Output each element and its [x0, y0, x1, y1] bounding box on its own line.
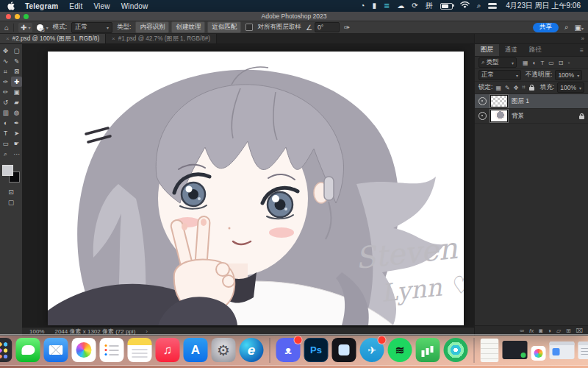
clone-stamp-tool[interactable]: ▣: [11, 87, 22, 97]
filter-kind-dropdown[interactable]: ⌕类型 ▾: [478, 57, 517, 68]
brush-tool[interactable]: ✏: [0, 87, 11, 97]
dock-spotify[interactable]: ≋: [388, 338, 412, 362]
crop-tool[interactable]: ⌗: [0, 66, 11, 77]
brush-angle-control[interactable]: ∠ 0°: [306, 22, 340, 32]
dock-edge[interactable]: e: [240, 338, 264, 362]
layer-thumbnail[interactable]: [490, 110, 508, 122]
layer-row[interactable]: 图层 1: [475, 94, 588, 109]
dodge-tool[interactable]: ◐: [0, 118, 11, 128]
dock-photos-mini[interactable]: [531, 346, 546, 361]
foreground-color-swatch[interactable]: [2, 165, 13, 176]
document-canvas[interactable]: Steven Lynn ♡: [48, 52, 464, 325]
dock-app-store[interactable]: A: [184, 338, 208, 362]
blur-tool[interactable]: ◍: [11, 107, 22, 118]
path-selection-tool[interactable]: ➤: [11, 128, 22, 138]
dock-notes[interactable]: [128, 338, 152, 362]
dock-launchpad[interactable]: [0, 338, 12, 362]
control-center-icon[interactable]: [488, 3, 497, 10]
close-tab-icon[interactable]: ×: [6, 35, 10, 42]
collapse-panels-icon[interactable]: »: [581, 35, 584, 42]
panel-tab-路径[interactable]: 路径: [523, 44, 548, 56]
dock-mail[interactable]: [44, 338, 68, 362]
hand-tool[interactable]: ☛: [11, 138, 22, 149]
history-brush-tool[interactable]: ↺: [0, 97, 11, 107]
visibility-eye-icon[interactable]: [478, 112, 487, 120]
search-icon[interactable]: ⌕: [564, 23, 569, 32]
screen-mode-icon[interactable]: ▢: [8, 199, 15, 206]
cloud-icon[interactable]: ☁: [397, 2, 404, 10]
lock-artboard-icon[interactable]: ⌗: [522, 84, 526, 91]
dock-minimized-dark-window[interactable]: [503, 341, 528, 359]
zoom-tool[interactable]: ⌕: [0, 149, 11, 159]
eyedropper-tool[interactable]: ✑: [0, 77, 11, 87]
lock-all-icon[interactable]: [529, 87, 534, 91]
lock-move-icon[interactable]: ✥: [514, 85, 519, 91]
lock-transparent-icon[interactable]: ▦: [495, 85, 501, 91]
panel-menu-icon[interactable]: ≡: [576, 44, 588, 56]
delete-layer-icon[interactable]: ⌧: [576, 328, 583, 334]
dock-dark-notes-app[interactable]: [332, 338, 356, 362]
filter-adjustment-layers-icon[interactable]: ◐: [533, 60, 537, 66]
apple-menu-icon[interactable]: [7, 1, 15, 10]
layer-mask-icon[interactable]: ◙: [539, 328, 542, 334]
dock-utility-app[interactable]: [444, 338, 468, 362]
pen-pressure-icon[interactable]: ✑: [344, 24, 350, 32]
battery-icon[interactable]: [440, 3, 453, 10]
move-tool[interactable]: ✥: [0, 46, 11, 56]
dock-minimized-document[interactable]: [481, 339, 499, 362]
menu-telegram[interactable]: Telegram: [25, 2, 58, 10]
input-source-icon[interactable]: ≣: [384, 2, 390, 10]
layer-row[interactable]: 背景: [475, 109, 588, 124]
visibility-eye-icon[interactable]: [478, 97, 487, 105]
filter-pixel-layers-icon[interactable]: ▦: [523, 60, 528, 66]
edit-toolbar[interactable]: ⋯: [11, 149, 22, 159]
new-layer-icon[interactable]: ⊞: [566, 328, 571, 334]
menu-window[interactable]: Window: [121, 2, 148, 10]
workspace-switcher-icon[interactable]: ▣▾: [575, 24, 584, 32]
home-icon[interactable]: ⌂: [4, 24, 9, 32]
document-tab-1[interactable]: ×#2.psd @ 100% (图层 1, RGB/8): [0, 34, 106, 43]
pen-tool[interactable]: ✒: [11, 118, 22, 128]
dock-reminders[interactable]: [100, 338, 124, 362]
shape-tool[interactable]: ▭: [0, 138, 11, 149]
adjustment-layer-icon[interactable]: ◑: [548, 328, 551, 334]
sync-icon[interactable]: ⟳: [412, 2, 417, 10]
wifi-icon[interactable]: [460, 1, 470, 10]
menu-edit[interactable]: Edit: [69, 2, 82, 10]
eraser-tool[interactable]: ▰: [11, 97, 22, 107]
menu-bar-clock[interactable]: 4月23日 周日 上午9:06: [506, 1, 581, 11]
app-shortcut-icon[interactable]: ▮: [372, 2, 376, 10]
window-title-bar[interactable]: Adobe Photoshop 2023: [0, 12, 588, 21]
dock-music[interactable]: ♫: [156, 338, 180, 362]
close-tab-icon[interactable]: ×: [112, 35, 115, 42]
blend-mode-dropdown[interactable]: 正常 ▾: [478, 70, 521, 80]
spotlight-icon[interactable]: ⌕: [477, 2, 481, 10]
dock-messages[interactable]: [16, 338, 40, 362]
share-button[interactable]: 共享: [533, 23, 559, 32]
dock-telegram[interactable]: ✈: [360, 338, 384, 362]
brush-size-picker[interactable]: 63 ▾: [37, 23, 48, 32]
dock-discord[interactable]: ᴥ: [276, 338, 301, 362]
layer-effects-icon[interactable]: fx: [529, 328, 534, 334]
filter-shape-layers-icon[interactable]: ▭: [548, 60, 554, 66]
quick-selection-tool[interactable]: ✎: [11, 56, 22, 66]
gradient-tool[interactable]: ▥: [0, 107, 11, 118]
dock-minimized-window-a[interactable]: [550, 342, 575, 359]
frame-tool[interactable]: ⊠: [11, 66, 22, 77]
panel-tab-通道[interactable]: 通道: [499, 44, 523, 56]
filter-type-layers-icon[interactable]: T: [540, 60, 544, 66]
mode-dropdown[interactable]: 正常 ▾: [71, 22, 112, 33]
type-tool[interactable]: T: [0, 128, 11, 138]
canvas-pasteboard[interactable]: Steven Lynn ♡: [22, 44, 474, 327]
dock-stats-app[interactable]: [416, 338, 440, 362]
dock-photos[interactable]: [72, 338, 96, 362]
type-button-3[interactable]: 近似匹配: [207, 21, 241, 33]
pinyin-input-icon[interactable]: 拼: [426, 2, 433, 10]
timer-icon[interactable]: ◔: [360, 2, 365, 10]
fill-dropdown[interactable]: 100% ▾: [557, 82, 584, 93]
spot-healing-brush-tool[interactable]: ✚: [11, 77, 22, 87]
tool-preset-picker[interactable]: ✚ ▾: [18, 23, 32, 32]
lock-paint-icon[interactable]: ✎: [505, 85, 510, 91]
dock-settings[interactable]: ⚙: [212, 338, 236, 362]
opacity-dropdown[interactable]: 100% ▾: [555, 70, 582, 80]
